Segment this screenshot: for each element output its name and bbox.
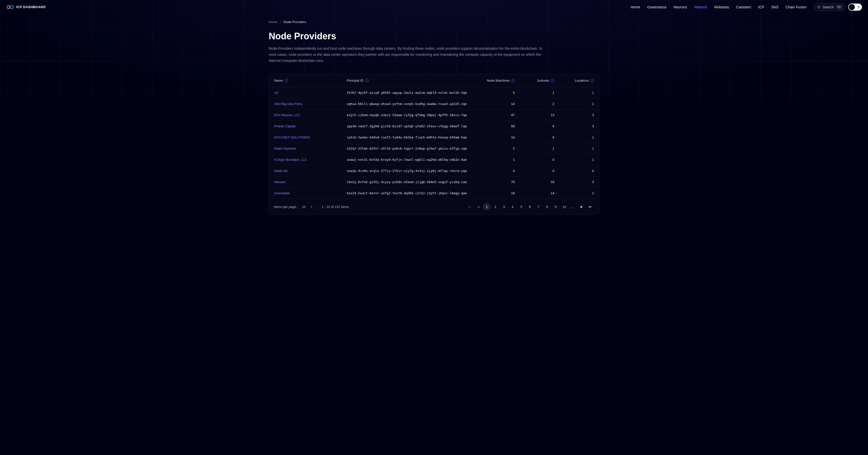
principal-id[interactable]: kos24-5xact-6aror-uofg2-tnvt6-dq3bk-c2c5… — [341, 188, 480, 199]
provider-name-link[interactable]: Anonstake — [269, 188, 341, 199]
items-per-page: Items per page: 10 ▼ — [274, 204, 316, 210]
locations-count: 1 — [559, 143, 599, 154]
locations-count: 2 — [559, 188, 599, 199]
ipp-select[interactable]: 10 ▼ — [300, 204, 315, 210]
svg-line-8 — [859, 8, 860, 8]
pager-page-5[interactable]: 5 — [518, 203, 525, 211]
svg-point-4 — [858, 6, 859, 8]
col-principal: Principal ID — [346, 79, 363, 83]
locations-count: 1 — [559, 132, 599, 143]
providers-table: Namei Principal IDi Node Machinesi Subne… — [269, 74, 599, 199]
principal-id[interactable]: znw2p-4cx6u-ocqls-277iu-2lkir-xjy7g-4s3s… — [341, 165, 480, 177]
col-machines: Node Machines — [487, 79, 509, 83]
breadcrumb-current: Node Providers — [283, 20, 306, 24]
brand[interactable]: ICP DASHBOARD — [6, 4, 45, 10]
pager-page-6[interactable]: 6 — [526, 203, 534, 211]
search-label: Search — [823, 5, 834, 9]
provider-name-link[interactable]: Allusion — [269, 177, 341, 188]
theme-toggle[interactable] — [848, 4, 862, 11]
page-description: Node Providers independently run and hos… — [269, 46, 548, 64]
breadcrumb-home[interactable]: Home — [269, 20, 278, 24]
page-title: Node Providers — [269, 31, 599, 41]
ipp-label: Items per page: — [274, 205, 297, 209]
providers-table-card: Namei Principal IDi Node Machinesi Subne… — [269, 74, 599, 215]
provider-name-link[interactable]: Adam Dymecki — [269, 143, 341, 154]
table-footer: Items per page: 10 ▼ 1 - 10 of 132 items… — [269, 199, 599, 215]
principal-id[interactable]: uvawj-nnt3i-4ch3a-hruy4-hyfjn-7owvl-wgkl… — [341, 154, 480, 165]
principal-id[interactable]: n32q7-33lmk-m33tr-o5ltb-po6cb-tqqrr-2x6w… — [341, 143, 480, 154]
info-icon[interactable]: i — [590, 79, 594, 83]
principal-id[interactable]: eipr5-izbom-neyqh-s3ec2-52eww-cyfpg-qfom… — [341, 110, 480, 121]
brand-text: ICP DASHBOARD — [16, 5, 45, 9]
principal-id[interactable]: sqhxa-h6ili-qkwup-ohzwn-yofnm-vvnp5-kxdh… — [341, 98, 480, 110]
table-row: Anonstakekos24-5xact-6aror-uofg2-tnvt6-d… — [269, 188, 599, 199]
node-machines-count: 0 — [480, 165, 520, 177]
sun-icon — [857, 5, 860, 9]
provider-name-link[interactable]: A Dog's Boutique, LLC — [269, 154, 341, 165]
search-icon — [817, 5, 820, 9]
principal-id[interactable]: cp5ib-twnmx-h4dvd-isef2-tu44u-kb2ka-fise… — [341, 132, 480, 143]
nav-link-neurons[interactable]: Neurons — [674, 5, 687, 9]
infinity-logo-icon — [6, 4, 14, 10]
table-row: ACCUSET SOLUTIONScp5ib-twnmx-h4dvd-isef2… — [269, 132, 599, 143]
provider-name-link[interactable]: 1G — [269, 87, 341, 98]
info-icon[interactable]: i — [551, 79, 554, 83]
info-icon[interactable]: i — [284, 79, 288, 83]
nav-link-canisters[interactable]: Canisters — [736, 5, 751, 9]
subnets-count: 1 — [520, 143, 559, 154]
node-machines-count: 59 — [480, 121, 520, 132]
info-icon[interactable]: i — [365, 79, 369, 83]
provider-name-link[interactable]: ACCUSET SOLUTIONS — [269, 132, 341, 143]
top-nav: ICP DASHBOARD HomeGovernanceNeuronsNetwo… — [0, 0, 868, 14]
provider-name-link[interactable]: Aitubi AG — [269, 165, 341, 177]
pager-page-2[interactable]: 2 — [492, 203, 499, 211]
info-icon[interactable]: i — [511, 79, 515, 83]
locations-count: 1 — [559, 154, 599, 165]
range-text: 1 - 10 of 132 items — [322, 205, 349, 209]
locations-count: 3 — [559, 121, 599, 132]
svg-point-1 — [10, 6, 13, 9]
nav-link-releases[interactable]: Releases — [714, 5, 729, 9]
nav-link-network[interactable]: Network — [694, 5, 707, 9]
chevron-down-icon: ▼ — [310, 206, 313, 208]
nav-link-governance[interactable]: Governance — [647, 5, 666, 9]
nav-link-home[interactable]: Home — [631, 5, 640, 9]
locations-count: 0 — [559, 165, 599, 177]
locations-count: 3 — [559, 110, 599, 121]
pager-page-7[interactable]: 7 — [535, 203, 542, 211]
breadcrumb-separator: / — [280, 20, 281, 24]
toggle-knob — [849, 4, 855, 10]
breadcrumb: Home / Node Providers — [269, 20, 599, 24]
principal-id[interactable]: 7k7b7-4pzhf-aivy6-y654t-uqyup-2auiz-ew2c… — [341, 87, 480, 98]
pager-page-9[interactable]: 9 — [552, 203, 559, 211]
nav-link-icp[interactable]: ICP — [758, 5, 764, 9]
pager-page-1[interactable]: 1 — [483, 203, 491, 211]
node-machines-count: 5 — [480, 87, 520, 98]
table-row: Allusionrbn2y-6vfsb-gv35j-4cyvy-pzbdu-e5… — [269, 177, 599, 188]
node-machines-count: 1 — [480, 154, 520, 165]
table-row: 87m Neuron, LLCeipr5-izbom-neyqh-s3ec2-5… — [269, 110, 599, 121]
table-row: Adam Dymeckin32q7-33lmk-m33tr-o5ltb-po6c… — [269, 143, 599, 154]
search-button[interactable]: Search ⌘/ — [814, 3, 845, 11]
table-row: 9Yards Capitalspp3m-vawt7-3gyh6-pjz5d-6z… — [269, 121, 599, 132]
node-machines-count: 70 — [480, 177, 520, 188]
subnets-count: 1 — [520, 87, 559, 98]
pager-page-4[interactable]: 4 — [509, 203, 517, 211]
subnets-count: 9 — [520, 121, 559, 132]
pager-page-8[interactable]: 8 — [543, 203, 551, 211]
pager-page-10[interactable]: 10 — [560, 203, 568, 211]
svg-line-3 — [819, 8, 820, 8]
nav-link-sns[interactable]: SNS — [771, 5, 778, 9]
pager-last[interactable]: ⏭ — [586, 203, 594, 211]
principal-id[interactable]: spp3m-vawt7-3gyh6-pjz5d-6zidf-up3qb-yte6… — [341, 121, 480, 132]
pager-next[interactable]: ▶ — [578, 203, 585, 211]
pager-prev: ◀ — [474, 203, 482, 211]
pager: ⏮◀12345678910...▶⏭ — [466, 203, 594, 211]
pager-page-3[interactable]: 3 — [500, 203, 508, 211]
provider-name-link[interactable]: 43rd Big Idea Films — [269, 98, 341, 110]
principal-id[interactable]: rbn2y-6vfsb-gv35j-4cyvy-pzbdu-e5aum-jzjg… — [341, 177, 480, 188]
provider-name-link[interactable]: 87m Neuron, LLC — [269, 110, 341, 121]
subnets-count: 13 — [520, 110, 559, 121]
nav-link-chain-fusion[interactable]: Chain Fusion — [785, 5, 807, 9]
provider-name-link[interactable]: 9Yards Capital — [269, 121, 341, 132]
